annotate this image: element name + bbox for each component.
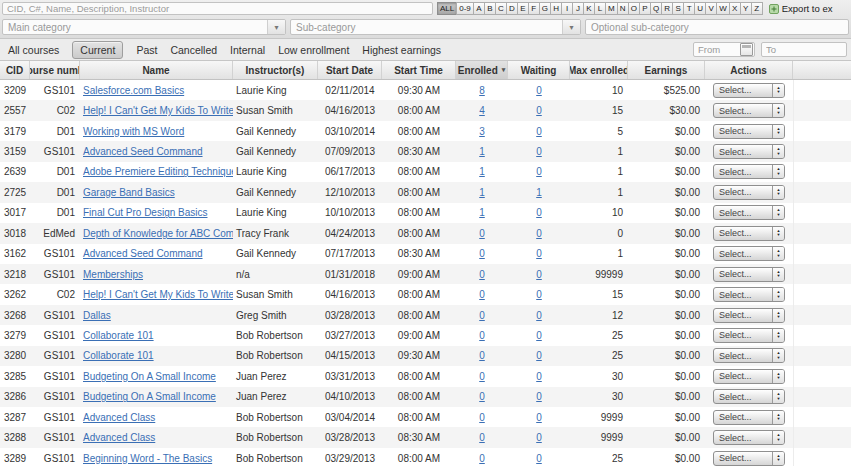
course-link[interactable]: Advanced Class	[83, 412, 155, 423]
waiting-count-link[interactable]: 0	[536, 146, 542, 157]
waiting-count-link[interactable]: 0	[536, 350, 542, 361]
column-header-earnings[interactable]: Earnings	[628, 61, 705, 79]
column-header-start-time[interactable]: Start Time	[382, 61, 456, 79]
tab-past[interactable]: Past	[136, 44, 157, 56]
action-select[interactable]: Select...▲▼	[713, 287, 785, 302]
waiting-count-link[interactable]: 0	[536, 269, 542, 280]
course-link[interactable]: Final Cut Pro Design Basics	[83, 207, 208, 218]
waiting-count-link[interactable]: 0	[536, 391, 542, 402]
course-link[interactable]: Dallas	[83, 310, 111, 321]
waiting-count-link[interactable]: 0	[536, 126, 542, 137]
course-link[interactable]: Budgeting On A Small Income	[83, 391, 216, 402]
enrolled-count-link[interactable]: 1	[479, 187, 485, 198]
tab-all-courses[interactable]: All courses	[8, 44, 59, 56]
course-link[interactable]: Depth of Knowledge for ABC Company	[83, 228, 233, 239]
action-select[interactable]: Select...▲▼	[713, 348, 785, 363]
enrolled-count-link[interactable]: 0	[479, 391, 485, 402]
action-select[interactable]: Select...▲▼	[713, 103, 785, 118]
enrolled-count-link[interactable]: 3	[479, 126, 485, 137]
enrolled-count-link[interactable]: 0	[479, 269, 485, 280]
enrolled-count-link[interactable]: 8	[479, 85, 485, 96]
alpha-filter-0-9[interactable]: 0-9	[456, 2, 474, 15]
column-header-actions[interactable]: Actions	[705, 61, 793, 79]
course-link[interactable]: Advanced Class	[83, 432, 155, 443]
waiting-count-link[interactable]: 0	[536, 453, 542, 464]
course-link[interactable]: Advanced Seed Command	[83, 248, 203, 259]
column-header-instructors[interactable]: Instructor(s)	[233, 61, 318, 79]
enrolled-count-link[interactable]: 4	[479, 105, 485, 116]
waiting-count-link[interactable]: 0	[536, 207, 542, 218]
alpha-filter-all[interactable]: ALL	[437, 2, 457, 15]
action-select[interactable]: Select...▲▼	[713, 124, 785, 139]
main-category-select[interactable]: Main category ▾	[2, 19, 286, 35]
alpha-filter-z[interactable]: Z	[751, 2, 763, 15]
enrolled-count-link[interactable]: 0	[479, 432, 485, 443]
course-link[interactable]: Help! I Can't Get My Kids To Write!	[83, 289, 233, 300]
waiting-count-link[interactable]: 0	[536, 166, 542, 177]
enrolled-count-link[interactable]: 0	[479, 289, 485, 300]
tab-internal[interactable]: Internal	[230, 44, 265, 56]
date-from-input[interactable]	[694, 43, 740, 56]
column-header-name[interactable]: Name	[80, 61, 233, 79]
course-link[interactable]: Help! I Can't Get My Kids To Write!	[83, 105, 233, 116]
action-select[interactable]: Select...▲▼	[713, 267, 785, 282]
enrolled-count-link[interactable]: 0	[479, 453, 485, 464]
waiting-count-link[interactable]: 0	[536, 289, 542, 300]
column-header-course-number[interactable]: Course numbe	[30, 61, 80, 79]
tab-highest-earnings[interactable]: Highest earnings	[362, 44, 441, 56]
waiting-count-link[interactable]: 0	[536, 371, 542, 382]
date-to-input[interactable]	[762, 43, 846, 56]
action-select[interactable]: Select...▲▼	[713, 185, 785, 200]
column-header-start-date[interactable]: Start Date	[318, 61, 382, 79]
calendar-icon[interactable]	[740, 43, 753, 56]
action-select[interactable]: Select...▲▼	[713, 451, 785, 466]
enrolled-count-link[interactable]: 0	[479, 330, 485, 341]
column-header-cid[interactable]: CID	[0, 61, 30, 79]
waiting-count-link[interactable]: 0	[536, 105, 542, 116]
column-header-waiting[interactable]: Waiting	[508, 61, 570, 79]
waiting-count-link[interactable]: 1	[536, 187, 542, 198]
column-header-enrolled[interactable]: Enrolled▾	[456, 61, 508, 79]
export-to-excel-button[interactable]: Export to ex	[769, 3, 833, 14]
course-link[interactable]: Adobe Premiere Editing Techniques	[83, 166, 233, 177]
action-select[interactable]: Select...▲▼	[713, 164, 785, 179]
enrolled-count-link[interactable]: 0	[479, 371, 485, 382]
action-select[interactable]: Select...▲▼	[713, 205, 785, 220]
enrolled-count-link[interactable]: 0	[479, 310, 485, 321]
enrolled-count-link[interactable]: 0	[479, 350, 485, 361]
action-select[interactable]: Select...▲▼	[713, 328, 785, 343]
course-link[interactable]: Working with MS Word	[83, 126, 184, 137]
course-link[interactable]: Collaborate 101	[83, 330, 154, 341]
tab-cancelled[interactable]: Cancelled	[170, 44, 217, 56]
enrolled-count-link[interactable]: 0	[479, 248, 485, 259]
action-select[interactable]: Select...▲▼	[713, 226, 785, 241]
waiting-count-link[interactable]: 0	[536, 432, 542, 443]
tab-current[interactable]: Current	[72, 41, 123, 59]
course-link[interactable]: Salesforce.com Basics	[83, 85, 184, 96]
course-link[interactable]: Garage Band Basics	[83, 187, 175, 198]
alpha-filter-w[interactable]: W	[716, 2, 730, 15]
enrolled-count-link[interactable]: 0	[479, 412, 485, 423]
enrolled-count-link[interactable]: 1	[479, 207, 485, 218]
action-select[interactable]: Select...▲▼	[713, 144, 785, 159]
waiting-count-link[interactable]: 0	[536, 248, 542, 259]
enrolled-count-link[interactable]: 1	[479, 146, 485, 157]
action-select[interactable]: Select...▲▼	[713, 369, 785, 384]
waiting-count-link[interactable]: 0	[536, 228, 542, 239]
enrolled-count-link[interactable]: 0	[479, 228, 485, 239]
tab-low-enrollment[interactable]: Low enrollment	[278, 44, 349, 56]
waiting-count-link[interactable]: 0	[536, 412, 542, 423]
action-select[interactable]: Select...▲▼	[713, 389, 785, 404]
enrolled-count-link[interactable]: 1	[479, 166, 485, 177]
course-link[interactable]: Budgeting On A Small Income	[83, 371, 216, 382]
action-select[interactable]: Select...▲▼	[713, 308, 785, 323]
optional-sub-category-input[interactable]	[585, 19, 849, 35]
action-select[interactable]: Select...▲▼	[713, 83, 785, 98]
search-input[interactable]	[2, 2, 433, 15]
waiting-count-link[interactable]: 0	[536, 310, 542, 321]
action-select[interactable]: Select...▲▼	[713, 430, 785, 445]
waiting-count-link[interactable]: 0	[536, 330, 542, 341]
course-link[interactable]: Advanced Seed Command	[83, 146, 203, 157]
course-link[interactable]: Memberships	[83, 269, 143, 280]
course-link[interactable]: Collaborate 101	[83, 350, 154, 361]
